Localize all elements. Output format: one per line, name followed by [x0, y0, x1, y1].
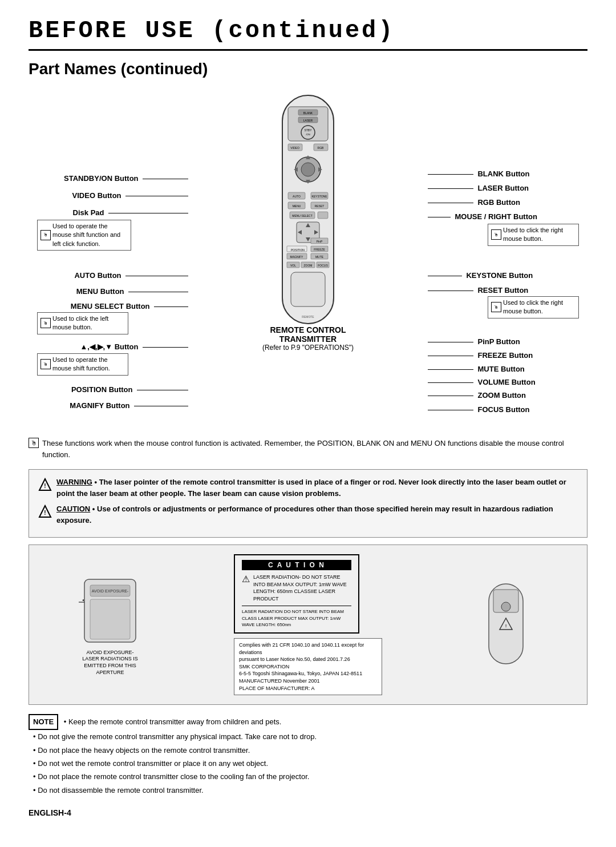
- warning-triangle-icon: !: [38, 478, 52, 491]
- svg-text:!: !: [44, 483, 46, 489]
- label-arrows: ▲,◀,▶,▼ Button: [29, 342, 188, 351]
- warning-section: ! WARNING • The laser pointer of the rem…: [29, 469, 587, 538]
- label-menuselect-box: 🖱 Used to click the left mouse button.: [37, 312, 128, 334]
- mouse-icon-diskpad: 🖱: [40, 230, 51, 240]
- label-mouse-right: MOUSE / RIGHT Button: [428, 212, 587, 221]
- svg-text:FREEZE: FREEZE: [314, 248, 325, 251]
- caution-text-1: LASER RADIATION- DO NOT STARE INTO BEAM …: [253, 574, 351, 602]
- svg-text:ZOOM: ZOOM: [304, 264, 313, 267]
- mouse-icon-reset: 🖱: [491, 302, 501, 312]
- svg-text:AUTO: AUTO: [293, 195, 301, 198]
- svg-text:LASER: LASER: [303, 119, 313, 122]
- caution-triangle-icon: !: [38, 505, 52, 518]
- mouse-icon-menuselect: 🖱: [40, 318, 51, 328]
- svg-text:MAGNIFY: MAGNIFY: [290, 255, 303, 259]
- svg-text:KEYSTONE: KEYSTONE: [311, 195, 327, 198]
- mouse-icon-right: 🖱: [491, 229, 501, 240]
- label-mute: MUTE Button: [428, 365, 587, 373]
- svg-text:POSITION: POSITION: [291, 248, 305, 252]
- label-mouse-right-box: 🖱 Used to click the right mouse button.: [488, 224, 579, 246]
- svg-text:STBY: STBY: [304, 128, 312, 132]
- svg-text:REMOTE: REMOTE: [302, 315, 314, 318]
- label-diskpad: Disk Pad: [29, 208, 188, 217]
- svg-text:AVOID EXPOSURE-: AVOID EXPOSURE-: [92, 589, 129, 593]
- label-video: VIDEO Button: [29, 191, 188, 200]
- compliance-text: Complies with 21 CFR 1040.10 and 1040.11…: [234, 638, 382, 695]
- svg-text:MENU: MENU: [293, 204, 301, 208]
- remote-side-view: AVOID EXPOSURE- ◄ AVOID EXPOSURE- LASER …: [79, 574, 141, 676]
- avoid-exposure-text: AVOID EXPOSURE- LASER RADIATIONS IS EMIT…: [79, 650, 141, 676]
- label-zoom: ZOOM Button: [428, 391, 587, 400]
- mouse-icon-arrows: 🖱: [40, 359, 51, 369]
- svg-text:PinP: PinP: [317, 240, 323, 243]
- remote-front-view: !: [475, 578, 537, 671]
- note-section: NOTE • Keep the remote control transmitt…: [29, 714, 587, 797]
- main-title: BEFORE USE (continued): [29, 17, 587, 51]
- svg-text:VIDEO: VIDEO: [290, 146, 299, 150]
- label-blank: BLANK Button: [428, 170, 587, 178]
- svg-text:FOCUS: FOCUS: [318, 264, 328, 267]
- label-reset-box: 🖱 Used to click the right mouse button.: [488, 296, 579, 318]
- caution-text-2: LASER RADIATION DO NOT STARE INTO BEAM C…: [242, 606, 351, 628]
- diagram-area: STANDBY/ON Button VIDEO Button Disk Pad …: [29, 90, 587, 432]
- svg-text:MENU SELECT: MENU SELECT: [292, 214, 313, 217]
- caution-image-box: AVOID EXPOSURE- ◄ AVOID EXPOSURE- LASER …: [29, 544, 587, 705]
- svg-rect-51: [291, 272, 325, 306]
- label-pinp: PinP Button: [428, 337, 587, 346]
- svg-text:/ON: /ON: [306, 133, 310, 136]
- svg-text:BLANK: BLANK: [303, 111, 313, 115]
- label-reset: RESET Button: [428, 286, 587, 295]
- section-title: Part Names (continued): [29, 60, 587, 78]
- label-volume: VOLUME Button: [428, 378, 587, 386]
- label-position: POSITION Button: [29, 385, 188, 394]
- mouse-note-icon: 🖱: [29, 438, 39, 448]
- svg-text:RGB: RGB: [318, 146, 325, 150]
- svg-point-6: [301, 126, 315, 139]
- svg-rect-60: [90, 599, 130, 639]
- label-magnify: MAGNIFY Button: [29, 401, 188, 410]
- label-rgb: RGB Button: [428, 198, 587, 207]
- svg-rect-29: [318, 212, 328, 219]
- mouse-function-note: 🖱 These functions work when the mouse co…: [29, 438, 587, 460]
- caution-label-center: C A U T I O N ⚠ LASER RADIATION- DO NOT …: [234, 554, 382, 695]
- svg-text:◄: ◄: [82, 598, 84, 602]
- page-footer: ENGLISH-4: [29, 808, 587, 817]
- label-keystone: KEYSTONE Button: [428, 271, 587, 280]
- label-menu: MENU Button: [29, 287, 188, 296]
- caution-row: ! CAUTION • Use of controls or adjustmen…: [38, 503, 578, 526]
- svg-text:MUTE: MUTE: [315, 255, 324, 259]
- svg-text:VOL: VOL: [290, 264, 296, 267]
- remote-control-diagram: BLANK LASER STBY /ON VIDEO RGB AUTO: [251, 90, 365, 352]
- label-standby: STANDBY/ON Button: [29, 174, 188, 183]
- svg-point-65: [501, 602, 510, 611]
- label-auto: AUTO Button: [29, 271, 188, 280]
- label-freeze: FREEZE Button: [428, 351, 587, 360]
- svg-text:!: !: [44, 510, 46, 516]
- label-focus: FOCUS Button: [428, 405, 587, 414]
- svg-text:!: !: [505, 623, 507, 628]
- caution-sticker: C A U T I O N ⚠ LASER RADIATION- DO NOT …: [234, 554, 359, 634]
- label-arrows-box: 🖱 Used to operate the mouse shift functi…: [37, 353, 128, 376]
- warning-row: ! WARNING • The laser pointer of the rem…: [38, 477, 578, 499]
- label-laser: LASER Button: [428, 184, 587, 192]
- svg-text:RESET: RESET: [315, 204, 325, 208]
- label-menuselect: MENU SELECT Button: [29, 302, 188, 310]
- svg-point-14: [301, 163, 315, 176]
- label-diskpad-box: 🖱 Used to operate the mouse shift functi…: [37, 220, 131, 251]
